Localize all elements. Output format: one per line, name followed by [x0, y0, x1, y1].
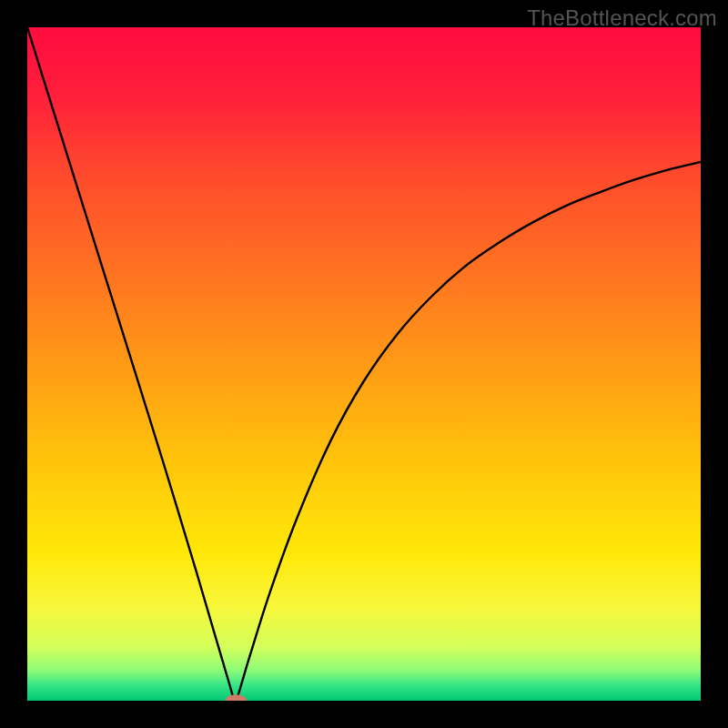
watermark-text: TheBottleneck.com	[527, 5, 717, 31]
chart-svg	[27, 27, 701, 701]
gradient-background	[27, 27, 701, 701]
plot-area	[27, 27, 701, 701]
chart-frame: TheBottleneck.com	[0, 0, 728, 728]
